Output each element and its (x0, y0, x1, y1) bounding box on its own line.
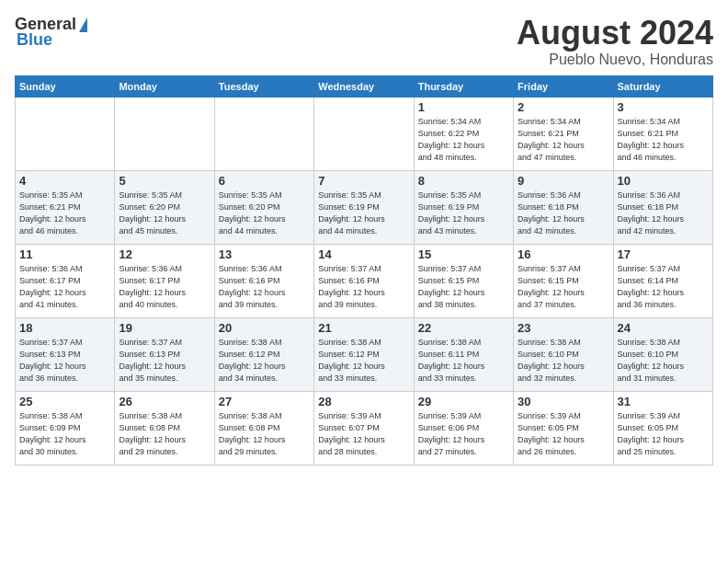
calendar-cell (16, 97, 115, 170)
cell-day-number: 20 (219, 321, 310, 335)
calendar-header-tuesday: Tuesday (214, 75, 313, 97)
calendar-cell: 5Sunrise: 5:35 AMSunset: 6:20 PMDaylight… (115, 170, 214, 244)
cell-day-number: 13 (219, 247, 310, 261)
calendar-cell: 13Sunrise: 5:36 AMSunset: 6:16 PMDayligh… (214, 244, 313, 317)
cell-info-text: Sunrise: 5:38 AMSunset: 6:12 PMDaylight:… (318, 337, 409, 385)
cell-info-text: Sunrise: 5:36 AMSunset: 6:18 PMDaylight:… (618, 190, 709, 237)
cell-day-number: 19 (119, 321, 210, 335)
calendar-cell: 22Sunrise: 5:38 AMSunset: 6:11 PMDayligh… (414, 317, 513, 391)
calendar-cell: 15Sunrise: 5:37 AMSunset: 6:15 PMDayligh… (414, 244, 513, 317)
cell-day-number: 2 (518, 100, 609, 114)
cell-info-text: Sunrise: 5:36 AMSunset: 6:18 PMDaylight:… (518, 190, 609, 237)
cell-info-text: Sunrise: 5:38 AMSunset: 6:08 PMDaylight:… (119, 410, 210, 458)
calendar-week-row: 18Sunrise: 5:37 AMSunset: 6:13 PMDayligh… (16, 317, 713, 391)
cell-day-number: 9 (518, 174, 609, 188)
cell-day-number: 30 (518, 395, 609, 408)
calendar-header-sunday: Sunday (16, 75, 115, 97)
month-title: August 2024 (517, 15, 713, 52)
cell-info-text: Sunrise: 5:36 AMSunset: 6:17 PMDaylight:… (19, 263, 110, 311)
cell-day-number: 21 (318, 321, 409, 335)
logo: General Blue (15, 15, 87, 50)
cell-info-text: Sunrise: 5:38 AMSunset: 6:09 PMDaylight:… (19, 410, 110, 458)
calendar-cell: 25Sunrise: 5:38 AMSunset: 6:09 PMDayligh… (16, 391, 115, 465)
calendar-cell: 4Sunrise: 5:35 AMSunset: 6:21 PMDaylight… (16, 170, 115, 244)
calendar-cell: 18Sunrise: 5:37 AMSunset: 6:13 PMDayligh… (16, 317, 115, 391)
cell-day-number: 4 (19, 174, 110, 188)
cell-info-text: Sunrise: 5:38 AMSunset: 6:11 PMDaylight:… (418, 337, 509, 385)
calendar-header-wednesday: Wednesday (314, 75, 414, 97)
calendar-header-saturday: Saturday (613, 75, 712, 97)
cell-info-text: Sunrise: 5:39 AMSunset: 6:05 PMDaylight:… (518, 410, 609, 458)
calendar-cell: 21Sunrise: 5:38 AMSunset: 6:12 PMDayligh… (314, 317, 414, 391)
calendar-cell: 2Sunrise: 5:34 AMSunset: 6:21 PMDaylight… (514, 97, 613, 170)
calendar-cell: 27Sunrise: 5:38 AMSunset: 6:08 PMDayligh… (214, 391, 313, 465)
cell-day-number: 5 (119, 174, 210, 188)
calendar-week-row: 4Sunrise: 5:35 AMSunset: 6:21 PMDaylight… (16, 170, 713, 244)
cell-day-number: 6 (219, 174, 310, 188)
calendar-header-row: SundayMondayTuesdayWednesdayThursdayFrid… (16, 75, 713, 97)
calendar-cell: 1Sunrise: 5:34 AMSunset: 6:22 PMDaylight… (414, 97, 513, 170)
cell-day-number: 14 (318, 247, 409, 261)
cell-info-text: Sunrise: 5:35 AMSunset: 6:21 PMDaylight:… (19, 190, 110, 237)
calendar-week-row: 25Sunrise: 5:38 AMSunset: 6:09 PMDayligh… (16, 391, 713, 465)
calendar-cell (214, 97, 313, 170)
cell-info-text: Sunrise: 5:34 AMSunset: 6:21 PMDaylight:… (618, 116, 709, 164)
cell-day-number: 11 (19, 247, 110, 261)
calendar-cell: 16Sunrise: 5:37 AMSunset: 6:15 PMDayligh… (514, 244, 613, 317)
cell-day-number: 17 (618, 247, 709, 261)
calendar-cell: 14Sunrise: 5:37 AMSunset: 6:16 PMDayligh… (314, 244, 414, 317)
cell-day-number: 15 (418, 247, 509, 261)
cell-info-text: Sunrise: 5:35 AMSunset: 6:20 PMDaylight:… (219, 190, 310, 237)
calendar-cell: 20Sunrise: 5:38 AMSunset: 6:12 PMDayligh… (214, 317, 313, 391)
calendar-header-thursday: Thursday (414, 75, 513, 97)
calendar-header-monday: Monday (115, 75, 214, 97)
cell-info-text: Sunrise: 5:38 AMSunset: 6:10 PMDaylight:… (618, 337, 709, 385)
calendar-cell: 8Sunrise: 5:35 AMSunset: 6:19 PMDaylight… (414, 170, 513, 244)
cell-day-number: 25 (19, 395, 110, 408)
cell-info-text: Sunrise: 5:35 AMSunset: 6:19 PMDaylight:… (318, 190, 409, 237)
cell-day-number: 7 (318, 174, 409, 188)
cell-day-number: 16 (518, 247, 609, 261)
cell-info-text: Sunrise: 5:37 AMSunset: 6:14 PMDaylight:… (618, 263, 709, 311)
logo-blue: Blue (17, 30, 52, 50)
page-header: General Blue August 2024 Pueblo Nuevo, H… (15, 15, 713, 68)
cell-day-number: 10 (618, 174, 709, 188)
location-title: Pueblo Nuevo, Honduras (517, 52, 713, 68)
calendar-cell: 17Sunrise: 5:37 AMSunset: 6:14 PMDayligh… (613, 244, 712, 317)
calendar-cell: 29Sunrise: 5:39 AMSunset: 6:06 PMDayligh… (414, 391, 513, 465)
cell-info-text: Sunrise: 5:38 AMSunset: 6:10 PMDaylight:… (518, 337, 609, 385)
cell-info-text: Sunrise: 5:38 AMSunset: 6:08 PMDaylight:… (219, 410, 310, 458)
cell-info-text: Sunrise: 5:39 AMSunset: 6:05 PMDaylight:… (618, 410, 709, 458)
calendar-cell: 12Sunrise: 5:36 AMSunset: 6:17 PMDayligh… (115, 244, 214, 317)
calendar-cell: 28Sunrise: 5:39 AMSunset: 6:07 PMDayligh… (314, 391, 414, 465)
cell-day-number: 28 (318, 395, 409, 408)
cell-day-number: 3 (618, 100, 709, 114)
calendar-cell: 10Sunrise: 5:36 AMSunset: 6:18 PMDayligh… (613, 170, 712, 244)
cell-day-number: 12 (119, 247, 210, 261)
logo-triangle-icon (79, 17, 87, 32)
calendar-cell: 31Sunrise: 5:39 AMSunset: 6:05 PMDayligh… (613, 391, 712, 465)
cell-day-number: 8 (418, 174, 509, 188)
calendar-week-row: 1Sunrise: 5:34 AMSunset: 6:22 PMDaylight… (16, 97, 713, 170)
cell-day-number: 24 (618, 321, 709, 335)
cell-day-number: 18 (19, 321, 110, 335)
calendar-cell: 11Sunrise: 5:36 AMSunset: 6:17 PMDayligh… (16, 244, 115, 317)
cell-info-text: Sunrise: 5:35 AMSunset: 6:19 PMDaylight:… (418, 190, 509, 237)
cell-day-number: 27 (219, 395, 310, 408)
title-area: August 2024 Pueblo Nuevo, Honduras (517, 15, 713, 68)
calendar-table: SundayMondayTuesdayWednesdayThursdayFrid… (15, 75, 713, 465)
calendar-cell: 7Sunrise: 5:35 AMSunset: 6:19 PMDaylight… (314, 170, 414, 244)
cell-day-number: 29 (418, 395, 509, 408)
cell-info-text: Sunrise: 5:36 AMSunset: 6:16 PMDaylight:… (219, 263, 310, 311)
calendar-cell (115, 97, 214, 170)
cell-info-text: Sunrise: 5:37 AMSunset: 6:13 PMDaylight:… (19, 337, 110, 385)
calendar-cell: 26Sunrise: 5:38 AMSunset: 6:08 PMDayligh… (115, 391, 214, 465)
calendar-cell (314, 97, 414, 170)
calendar-cell: 23Sunrise: 5:38 AMSunset: 6:10 PMDayligh… (514, 317, 613, 391)
cell-day-number: 23 (518, 321, 609, 335)
cell-info-text: Sunrise: 5:37 AMSunset: 6:13 PMDaylight:… (119, 337, 210, 385)
cell-info-text: Sunrise: 5:34 AMSunset: 6:22 PMDaylight:… (418, 116, 509, 164)
calendar-header-friday: Friday (514, 75, 613, 97)
cell-info-text: Sunrise: 5:37 AMSunset: 6:16 PMDaylight:… (318, 263, 409, 311)
cell-day-number: 31 (618, 395, 709, 408)
